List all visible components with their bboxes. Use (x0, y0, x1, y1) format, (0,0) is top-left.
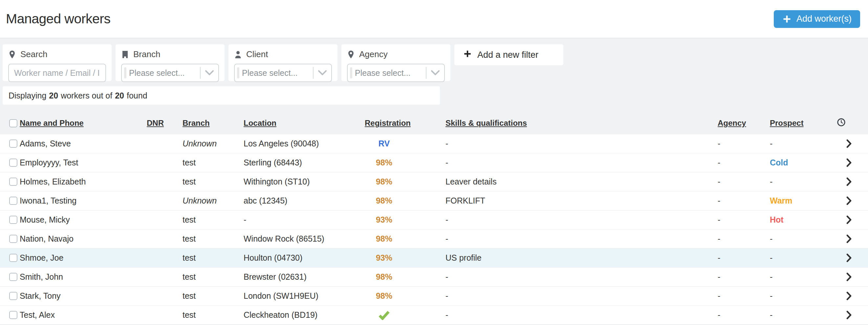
table-row[interactable]: Iwona1, Testing Unknown abc (12345) 98% … (0, 191, 868, 210)
registration-cell: 93% (365, 253, 445, 263)
skills-value: - (445, 291, 718, 301)
select-all-cell (0, 119, 20, 127)
results-summary: Displaying 20 workers out of 20 found (8, 91, 147, 100)
column-header-registration[interactable]: Registration (365, 119, 445, 128)
row-checkbox[interactable] (9, 159, 18, 167)
row-checkbox[interactable] (9, 292, 18, 300)
row-open-cell (814, 158, 868, 167)
search-input[interactable] (9, 64, 105, 82)
agency-value: - (718, 253, 770, 263)
chevron-right-icon[interactable] (846, 215, 852, 224)
row-open-cell (814, 139, 868, 148)
chevron-right-icon[interactable] (846, 158, 852, 167)
registration-cell: 98% (365, 158, 445, 167)
prospect-value: Warm (770, 196, 814, 205)
chevron-down-icon[interactable] (313, 67, 331, 79)
column-header-agency[interactable]: Agency (718, 119, 770, 128)
column-header-time[interactable] (814, 118, 868, 129)
chevron-down-icon[interactable] (200, 67, 218, 79)
chevron-down-icon[interactable] (426, 67, 444, 79)
agency-select[interactable]: Please select... (347, 64, 445, 82)
column-header-location[interactable]: Location (244, 119, 365, 128)
top-bar: Managed workers Add worker(s) (0, 0, 868, 38)
summary-text: Displaying (8, 91, 46, 100)
prospect-value: - (770, 310, 814, 320)
chevron-right-icon[interactable] (846, 254, 852, 262)
row-open-cell (814, 234, 868, 243)
chevron-right-icon[interactable] (846, 311, 852, 319)
column-header-prospect[interactable]: Prospect (770, 119, 814, 128)
worker-name: Stark, Tony (20, 291, 147, 301)
table-body: Adams, Steve Unknown Los Angeles (90048)… (0, 134, 868, 325)
row-checkbox[interactable] (9, 216, 18, 224)
row-checkbox-cell (0, 311, 20, 319)
table-row[interactable]: Shmoe, Joe test Houlton (04730) 93% US p… (0, 249, 868, 267)
skills-value: - (445, 310, 718, 320)
row-checkbox[interactable] (9, 273, 18, 281)
branch-value: test (183, 215, 244, 225)
worker-name: Test, Alex (20, 310, 147, 320)
row-checkbox[interactable] (9, 197, 18, 205)
filter-agency-label: Agency (359, 49, 388, 59)
clock-icon (837, 118, 846, 129)
summary-text: found (127, 91, 147, 100)
row-checkbox[interactable] (9, 177, 18, 186)
column-header-branch[interactable]: Branch (183, 119, 244, 128)
add-new-filter-button[interactable]: Add a new filter (454, 44, 563, 65)
prospect-value: Cold (770, 158, 814, 167)
row-open-cell (814, 311, 868, 319)
filter-client-label: Client (246, 49, 268, 59)
row-checkbox-cell (0, 159, 20, 167)
table-row[interactable]: Test, Alex test Cleckheaton (BD19) - - - (0, 305, 868, 325)
row-checkbox[interactable] (9, 311, 18, 319)
row-checkbox[interactable] (9, 254, 18, 262)
skills-value: US profile (445, 253, 718, 263)
row-checkbox-cell (0, 235, 20, 243)
add-workers-button[interactable]: Add worker(s) (774, 10, 860, 28)
column-header-skills[interactable]: Skills & qualifications (445, 119, 718, 128)
agency-value: - (718, 196, 770, 205)
table-row[interactable]: Adams, Steve Unknown Los Angeles (90048)… (0, 134, 868, 153)
worker-name: Iwona1, Testing (20, 196, 147, 205)
chevron-right-icon[interactable] (846, 177, 852, 186)
select-inner-bar (350, 67, 352, 78)
column-header-dnr[interactable]: DNR (147, 119, 183, 128)
client-select[interactable]: Please select... (234, 64, 332, 82)
skills-value: Leaver details (445, 177, 718, 187)
registration-cell: 98% (365, 291, 445, 301)
prospect-value: Hot (770, 215, 814, 225)
location-value: Los Angeles (90048) (244, 139, 365, 149)
table-row[interactable]: Employyyy, Test test Sterling (68443) 98… (0, 153, 868, 172)
table-row[interactable]: Nation, Navajo test Window Rock (86515) … (0, 229, 868, 249)
registration-value: 98% (365, 234, 403, 243)
client-select-value: Please select... (235, 68, 303, 78)
branch-value: test (183, 310, 244, 320)
table-row[interactable]: Holmes, Elizabeth test Withington (ST10)… (0, 172, 868, 191)
table-row[interactable]: Mouse, Micky test - 93% - - Hot (0, 210, 868, 229)
select-all-checkbox[interactable] (9, 119, 18, 127)
table-row[interactable]: Stark, Tony test London (SW1H9EU) 98% - … (0, 287, 868, 305)
branch-value: Unknown (183, 139, 244, 149)
branch-value: test (183, 272, 244, 282)
agency-value: - (718, 139, 770, 149)
agency-value: - (718, 272, 770, 282)
row-checkbox-cell (0, 139, 20, 148)
column-header-name[interactable]: Name and Phone (20, 119, 147, 128)
chevron-right-icon[interactable] (846, 292, 852, 300)
prospect-value: - (770, 177, 814, 187)
skills-value: - (445, 234, 718, 243)
table-header-row: Name and Phone DNR Branch Location Regis… (0, 112, 868, 134)
table-row[interactable]: Smith, John test Brewster (02631) 98% - … (0, 267, 868, 287)
branch-select[interactable]: Please select... (121, 64, 219, 82)
registration-cell: 98% (365, 177, 445, 187)
registration-cell: 98% (365, 272, 445, 282)
worker-name: Mouse, Micky (20, 215, 147, 225)
chevron-right-icon[interactable] (846, 139, 852, 148)
row-checkbox[interactable] (9, 139, 18, 148)
chevron-right-icon[interactable] (846, 272, 852, 281)
worker-name: Adams, Steve (20, 139, 147, 149)
row-checkbox[interactable] (9, 235, 18, 243)
chevron-right-icon[interactable] (846, 234, 852, 243)
chevron-right-icon[interactable] (846, 196, 852, 205)
row-open-cell (814, 272, 868, 281)
